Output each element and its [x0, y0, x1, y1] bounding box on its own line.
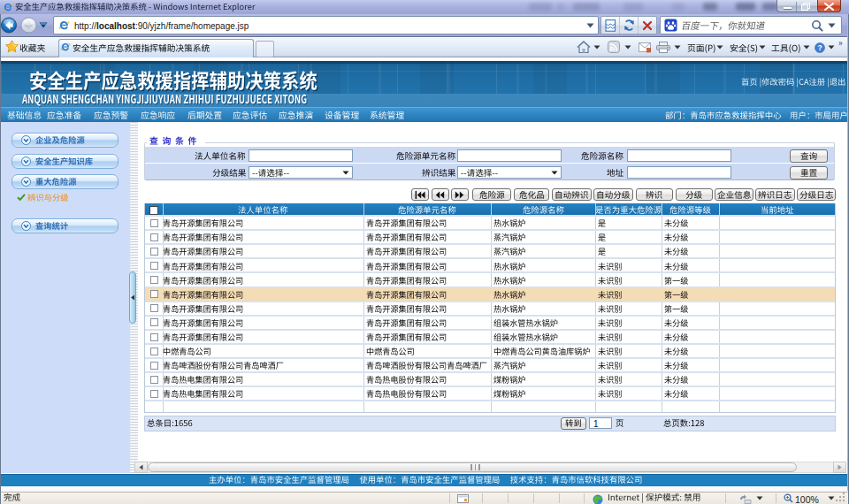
svg-text:?: ? — [817, 43, 822, 52]
